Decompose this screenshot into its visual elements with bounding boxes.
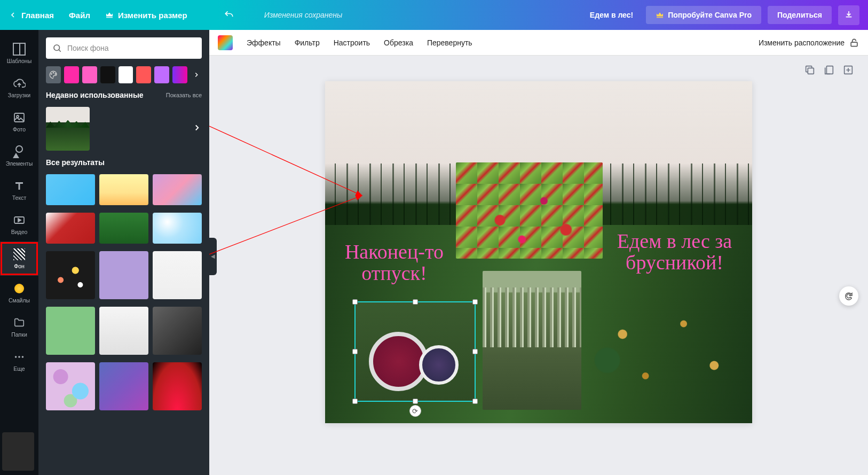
result-8[interactable]	[99, 251, 148, 299]
result-6[interactable]	[153, 213, 202, 244]
results-grid-2	[46, 213, 202, 244]
result-11[interactable]	[99, 307, 148, 355]
swatch-5[interactable]	[136, 66, 151, 83]
result-1[interactable]	[46, 174, 95, 205]
nav-photos-label: Фото	[13, 126, 26, 133]
crop-button[interactable]: Обрезка	[384, 38, 413, 47]
download-icon	[845, 10, 853, 19]
handle-s[interactable]	[413, 399, 418, 404]
file-menu[interactable]: Файл	[69, 11, 90, 20]
svg-point-7	[54, 45, 60, 51]
recent-more[interactable]	[192, 123, 202, 135]
filter-button[interactable]: Фильтр	[295, 38, 320, 47]
share-button[interactable]: Поделиться	[768, 6, 832, 24]
svg-rect-0	[14, 113, 24, 122]
color-button[interactable]	[218, 35, 233, 50]
handle-n[interactable]	[413, 299, 418, 305]
result-10[interactable]	[46, 307, 95, 355]
nav-more-label: Еще	[13, 365, 25, 372]
flip-button[interactable]: Перевернуть	[427, 38, 472, 47]
topbar-right: Едем в лес! Попробуйте Canva Pro Поделит…	[590, 5, 859, 25]
handle-nw[interactable]	[352, 299, 358, 305]
photo-berries-bush[interactable]	[456, 162, 603, 259]
search-input[interactable]	[67, 44, 195, 52]
result-2[interactable]	[99, 174, 148, 205]
handle-sw[interactable]	[352, 399, 358, 404]
show-all-link[interactable]: Показать все	[166, 92, 202, 98]
swatch-2[interactable]	[82, 66, 97, 83]
try-pro-button[interactable]: Попробуйте Canva Pro	[646, 6, 761, 24]
handle-w[interactable]	[352, 349, 358, 354]
nav-text-label: Текст	[12, 194, 26, 201]
undo-icon[interactable]	[224, 10, 234, 20]
recent-row	[46, 107, 202, 151]
resize-button[interactable]: Изменить размер	[105, 11, 187, 20]
templates-icon	[13, 43, 26, 56]
results-grid-5	[46, 362, 202, 410]
result-13[interactable]	[46, 362, 95, 410]
result-3[interactable]	[153, 174, 202, 205]
cloud-upload-icon	[13, 77, 26, 90]
swatch-1[interactable]	[64, 66, 79, 83]
nav-video[interactable]: Видео	[0, 207, 38, 242]
effects-button[interactable]: Эффекты	[247, 38, 281, 47]
refresh-fab[interactable]	[839, 286, 858, 306]
nav-background[interactable]: Фон	[0, 242, 38, 276]
refresh-icon	[844, 291, 854, 301]
swatch-3[interactable]	[100, 66, 115, 83]
handle-ne[interactable]	[472, 299, 478, 305]
swatch-4[interactable]	[119, 66, 133, 83]
nav-text[interactable]: Текст	[0, 173, 38, 207]
photo-leaves-ground[interactable]	[592, 303, 745, 407]
position-button[interactable]: Изменить расположение	[759, 38, 845, 47]
side-panel: Недавно использованные Показать все Все …	[38, 30, 209, 475]
handle-se[interactable]	[472, 399, 478, 404]
home-label: Главная	[21, 11, 54, 20]
nav-uploads-label: Загрузки	[8, 92, 30, 98]
search-box[interactable]	[46, 37, 202, 59]
photo-berry-bowls-selected[interactable]: ⟳	[354, 301, 476, 402]
bottom-widget[interactable]	[2, 432, 34, 471]
design-canvas[interactable]: ⟳ Наконец-то отпуск! Едем в лес за брусн…	[325, 81, 752, 423]
swatch-6[interactable]	[154, 66, 169, 83]
lock-icon[interactable]	[849, 37, 859, 48]
nav-elements[interactable]: Элементы	[0, 139, 38, 173]
color-picker[interactable]	[46, 66, 61, 83]
rotate-handle[interactable]: ⟳	[409, 405, 421, 417]
nav-templates[interactable]: Шаблоны	[0, 36, 38, 71]
chevron-right-icon	[193, 71, 200, 79]
document-title[interactable]: Едем в лес!	[590, 11, 633, 19]
swatch-7[interactable]	[172, 66, 187, 83]
result-7[interactable]	[46, 251, 95, 299]
recent-thumb-1[interactable]	[46, 107, 90, 151]
context-toolbar: Эффекты Фильтр Настроить Обрезка Перевер…	[209, 30, 868, 56]
nav-uploads[interactable]: Загрузки	[0, 71, 38, 105]
nav-folders[interactable]: Папки	[0, 310, 38, 344]
result-14[interactable]	[99, 362, 148, 410]
nav-elements-label: Элементы	[6, 160, 33, 167]
nav-photos[interactable]: Фото	[0, 105, 38, 139]
home-button[interactable]: Главная	[9, 11, 54, 20]
nav-more[interactable]: Еще	[0, 344, 38, 378]
canvas-text-2[interactable]: Едем в лес за брусникой!	[606, 231, 743, 274]
result-15[interactable]	[153, 362, 202, 410]
handle-e[interactable]	[472, 349, 478, 354]
results-grid-4	[46, 307, 202, 355]
svg-point-4	[15, 356, 17, 358]
result-12[interactable]	[153, 307, 202, 355]
nav-emoji[interactable]: Смайлы	[0, 276, 38, 310]
adjust-button[interactable]: Настроить	[334, 38, 370, 47]
emoji-icon	[14, 284, 24, 293]
swatches-more[interactable]	[191, 66, 202, 83]
results-title: Все результаты	[46, 158, 105, 167]
video-icon	[13, 214, 26, 227]
photo-forest-person[interactable]	[483, 271, 581, 410]
result-4[interactable]	[46, 213, 95, 244]
canvas-text-1[interactable]: Наконец-то отпуск!	[337, 242, 452, 284]
svg-point-10	[55, 74, 56, 75]
result-5[interactable]	[99, 213, 148, 244]
download-button[interactable]	[838, 5, 859, 25]
result-9[interactable]	[153, 251, 202, 299]
results-header: Все результаты	[46, 158, 202, 167]
panel-collapse[interactable]: ◀	[209, 238, 217, 275]
